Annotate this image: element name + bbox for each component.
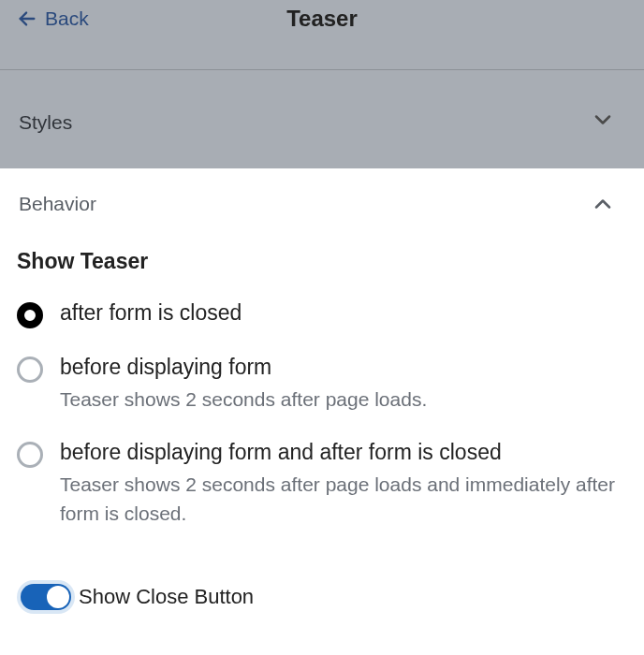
radio-label: before displaying form bbox=[60, 355, 427, 380]
radio-icon bbox=[17, 442, 43, 468]
page-title: Teaser bbox=[286, 6, 358, 32]
radio-after-form-closed[interactable]: after form is closed bbox=[17, 300, 627, 328]
radio-label: after form is closed bbox=[60, 300, 242, 326]
toggle-track bbox=[21, 584, 71, 610]
radio-texts: before displaying form and after form is… bbox=[60, 440, 627, 528]
show-teaser-options: after form is closed before displaying f… bbox=[17, 300, 627, 528]
radio-texts: before displaying form Teaser shows 2 se… bbox=[60, 355, 427, 414]
section-styles[interactable]: Styles bbox=[0, 69, 644, 168]
radio-before-displaying-form[interactable]: before displaying form Teaser shows 2 se… bbox=[17, 355, 627, 414]
radio-label: before displaying form and after form is… bbox=[60, 440, 627, 465]
radio-icon bbox=[17, 302, 43, 328]
back-label: Back bbox=[45, 7, 89, 30]
radio-description: Teaser shows 2 seconds after page loads. bbox=[60, 386, 427, 414]
header: Back Teaser bbox=[0, 0, 644, 69]
behavior-content: Show Teaser after form is closed before … bbox=[0, 249, 644, 614]
arrow-left-icon bbox=[17, 8, 37, 29]
chevron-down-icon bbox=[590, 107, 616, 133]
section-styles-label: Styles bbox=[19, 106, 72, 134]
back-button[interactable]: Back bbox=[17, 7, 89, 30]
show-teaser-title: Show Teaser bbox=[17, 249, 627, 274]
show-close-button-row: Show Close Button bbox=[17, 580, 627, 614]
show-close-button-toggle[interactable] bbox=[17, 580, 75, 614]
chevron-up-icon bbox=[590, 191, 616, 217]
show-close-button-label: Show Close Button bbox=[79, 585, 254, 609]
radio-icon bbox=[17, 357, 43, 383]
toggle-thumb bbox=[47, 586, 69, 608]
section-behavior[interactable]: Behavior bbox=[0, 168, 644, 240]
radio-description: Teaser shows 2 seconds after page loads … bbox=[60, 471, 627, 528]
radio-texts: after form is closed bbox=[60, 300, 242, 326]
section-behavior-label: Behavior bbox=[19, 193, 96, 215]
radio-before-and-after[interactable]: before displaying form and after form is… bbox=[17, 440, 627, 528]
